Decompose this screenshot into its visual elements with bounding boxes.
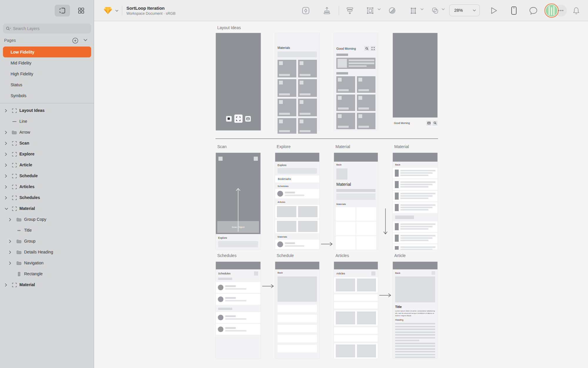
layer-label: Layout Ideas bbox=[19, 108, 45, 113]
layer-row-group[interactable]: Group bbox=[0, 236, 94, 247]
layer-label: Navigation bbox=[24, 261, 44, 265]
chevron-right-icon[interactable] bbox=[5, 152, 8, 156]
scale-chevron-icon[interactable] bbox=[420, 8, 424, 10]
artboard-material-list[interactable]: Back bbox=[393, 153, 437, 250]
layer-row-line[interactable]: Line bbox=[0, 116, 94, 127]
chevron-right-icon[interactable] bbox=[5, 174, 8, 178]
grid-view-button[interactable] bbox=[74, 5, 89, 16]
layer-row-schedule[interactable]: Schedule bbox=[0, 170, 94, 181]
page-item-mid-fidelity[interactable]: Mid Fidelity bbox=[0, 57, 94, 68]
wireframe-searchbar bbox=[278, 168, 317, 174]
layer-label: Articles bbox=[19, 184, 34, 189]
layer-row-navigation[interactable]: Navigation bbox=[0, 258, 94, 268]
page-item-low-fidelity[interactable]: Low Fidelity bbox=[3, 47, 91, 57]
artboard-explore[interactable]: Explore Bookmarks Schedules Articles Mat… bbox=[275, 153, 319, 250]
chevron-right-icon[interactable] bbox=[5, 283, 8, 287]
document-menu-chevron-icon[interactable] bbox=[115, 10, 118, 12]
page-item-high-fidelity[interactable]: High Fidelity bbox=[0, 68, 94, 79]
layer-row-articles[interactable]: Articles bbox=[0, 181, 94, 192]
wireframe-list-item bbox=[216, 312, 260, 323]
artboard-title-schedule[interactable]: Schedule bbox=[277, 253, 294, 258]
layer-row-material-2[interactable]: Material bbox=[0, 279, 94, 290]
scale-icon[interactable] bbox=[407, 4, 420, 17]
artboard-articles[interactable]: Articles bbox=[334, 262, 378, 359]
layer-row-rectangle[interactable]: Rectangle bbox=[0, 268, 94, 279]
chevron-right-icon[interactable] bbox=[5, 131, 8, 134]
artboard-schedule[interactable]: Back bbox=[275, 262, 319, 359]
page-item-symbols[interactable]: Symbols bbox=[0, 90, 94, 101]
wireframe-caption: Good Morning bbox=[394, 122, 410, 125]
search-input[interactable]: Search Layers bbox=[3, 24, 91, 34]
artboard-title-material-list[interactable]: Material bbox=[394, 144, 409, 149]
folder-icon bbox=[16, 261, 21, 266]
add-page-icon[interactable] bbox=[72, 37, 79, 44]
insert-icon[interactable] bbox=[299, 4, 312, 17]
wireframe-card-row bbox=[334, 277, 378, 293]
layer-row-schedules[interactable]: Schedules bbox=[0, 192, 94, 203]
layer-row-group-copy[interactable]: Group Copy bbox=[0, 214, 94, 225]
artboard-article[interactable]: Back Title Lorem ipsum dolor sit amet, c… bbox=[393, 262, 437, 359]
layer-row-arrow[interactable]: Arrow bbox=[0, 127, 94, 138]
layer-list-view-button[interactable] bbox=[55, 5, 70, 16]
artboard-title-scan[interactable]: Scan bbox=[217, 144, 227, 149]
canvas[interactable]: Layout Ideas Materials bbox=[94, 21, 588, 368]
chevron-right-icon[interactable] bbox=[5, 196, 8, 200]
chevron-down-icon[interactable] bbox=[5, 207, 8, 210]
mirror-icon[interactable] bbox=[507, 4, 520, 17]
mask-icon[interactable] bbox=[386, 4, 399, 17]
distribute-icon[interactable] bbox=[343, 4, 356, 17]
boolean-chevron-icon[interactable] bbox=[442, 8, 445, 10]
layer-row-scan[interactable]: Scan bbox=[0, 138, 94, 149]
wireframe-article-row bbox=[393, 168, 437, 178]
layer-label: Article bbox=[19, 163, 32, 167]
avatar[interactable] bbox=[544, 4, 559, 18]
chevron-right-icon[interactable] bbox=[9, 261, 12, 265]
wireframe-image bbox=[278, 276, 317, 302]
artboard-material-detail[interactable]: Back Material Materials bbox=[334, 153, 378, 250]
wireframe-good-morning-frame[interactable]: Good Morning bbox=[334, 33, 378, 130]
chevron-right-icon[interactable] bbox=[5, 109, 8, 112]
wireframe-materials-frame[interactable]: Materials bbox=[275, 33, 319, 130]
divider-line[interactable] bbox=[216, 138, 438, 139]
wireframe-article-row bbox=[393, 244, 437, 250]
artboard-title-article[interactable]: Article bbox=[394, 253, 406, 258]
artboard-icon bbox=[12, 206, 17, 211]
wireframe-image bbox=[395, 276, 435, 302]
wireframe-card-row bbox=[275, 220, 319, 233]
chevron-right-icon[interactable] bbox=[9, 251, 12, 254]
chevron-right-icon[interactable] bbox=[9, 218, 12, 221]
wireframe-camera-frame[interactable] bbox=[216, 33, 261, 130]
play-icon[interactable] bbox=[487, 4, 500, 17]
wireframe-preview-frame[interactable] bbox=[393, 33, 437, 117]
artboard-schedules[interactable]: Schedules bbox=[216, 262, 260, 359]
chevron-right-icon[interactable] bbox=[5, 163, 8, 167]
comment-icon[interactable] bbox=[527, 4, 540, 17]
layer-label: Group Copy bbox=[24, 217, 46, 222]
layer-row-layout-ideas[interactable]: Layout Ideas bbox=[0, 105, 94, 116]
wireframe-label: Materials bbox=[278, 236, 317, 238]
artboard-title-material-detail[interactable]: Material bbox=[335, 144, 350, 149]
zoom-dropdown[interactable]: 28% bbox=[449, 4, 480, 16]
chevron-right-icon[interactable] bbox=[5, 185, 8, 189]
artboard-icon bbox=[12, 173, 17, 178]
artboard-title-explore[interactable]: Explore bbox=[277, 144, 290, 149]
page-item-status[interactable]: Status bbox=[0, 79, 94, 90]
chevron-right-icon[interactable] bbox=[5, 142, 8, 145]
artboard-title-articles[interactable]: Articles bbox=[335, 253, 349, 258]
chevron-right-icon[interactable] bbox=[9, 240, 12, 243]
boolean-icon[interactable] bbox=[429, 4, 442, 17]
pages-collapse-chevron-icon[interactable] bbox=[83, 39, 87, 41]
artboard-title-layout-ideas[interactable]: Layout Ideas bbox=[217, 25, 241, 30]
group-select-icon[interactable] bbox=[364, 4, 377, 17]
layer-row-details-heading[interactable]: Details Heading bbox=[0, 247, 94, 258]
layer-row-explore[interactable]: Explore bbox=[0, 149, 94, 160]
layer-row-material-expanded[interactable]: Material bbox=[0, 203, 94, 214]
group-select-chevron-icon[interactable] bbox=[377, 8, 381, 10]
artboard-title-schedules[interactable]: Schedules bbox=[217, 253, 236, 258]
wireframe-back-label: Back bbox=[278, 271, 317, 274]
layer-row-article[interactable]: Article bbox=[0, 160, 94, 170]
layer-row-title[interactable]: Title bbox=[0, 225, 94, 236]
bell-icon[interactable] bbox=[570, 4, 583, 17]
artboard-scan[interactable]: Scan Object Explore bbox=[216, 153, 260, 250]
bring-forward-icon[interactable] bbox=[320, 4, 333, 17]
